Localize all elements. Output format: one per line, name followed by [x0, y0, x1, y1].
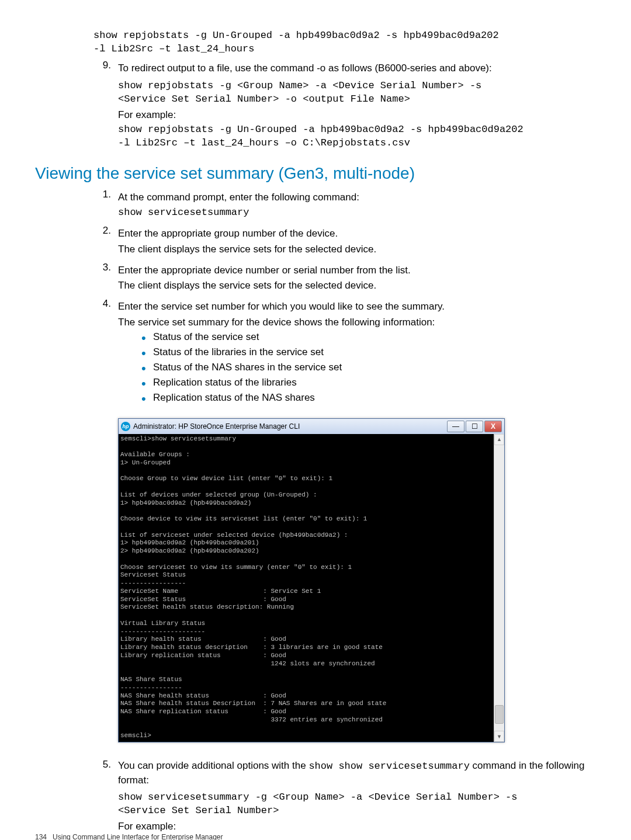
bullet-dot-icon: •	[141, 377, 153, 391]
list-number: 1.	[93, 189, 111, 221]
cli-screenshot-block: hp Administrator: HP StoreOnce Enterpris…	[93, 418, 596, 743]
bullet-text: Replication status of the libraries	[153, 377, 596, 391]
scroll-track[interactable]	[494, 445, 504, 731]
scroll-up-icon[interactable]: ▲	[494, 434, 504, 445]
text-line: At the command prompt, enter the followi…	[118, 190, 596, 204]
bullet-text: Status of the libraries in the service s…	[153, 346, 596, 360]
bullet-dot-icon: •	[141, 392, 153, 406]
scroll-thumb[interactable]	[495, 705, 504, 724]
section-heading: Viewing the service set summary (Gen3, m…	[35, 164, 596, 183]
bullet-text: Status of the NAS shares in the service …	[153, 362, 596, 376]
list-body: Enter the service set number for which y…	[118, 298, 596, 408]
cli-titlebar: hp Administrator: HP StoreOnce Enterpris…	[119, 419, 504, 434]
scroll-down-icon[interactable]: ▼	[494, 731, 504, 742]
list-body: At the command prompt, enter the followi…	[118, 189, 596, 221]
page-number: 134	[35, 833, 47, 840]
text-line: The service set summary for the device s…	[118, 315, 596, 329]
for-example-2: For example:	[118, 820, 596, 834]
bullet-item: •Replication status of the libraries	[141, 377, 596, 391]
list-number: 4.	[93, 298, 111, 408]
list-item-9: 9. To redirect output to a file, use the…	[93, 60, 596, 150]
text-line: Enter the service set number for which y…	[118, 300, 596, 314]
bullet-dot-icon: •	[141, 331, 153, 345]
steps-list: 1.At the command prompt, enter the follo…	[93, 189, 596, 407]
cli-output: semscli>show servicesetsummary Available…	[119, 434, 494, 742]
page: show repjobstats -g Un-Grouped -a hpb499…	[0, 0, 631, 840]
list-body: Enter the appropriate device number or s…	[118, 262, 596, 295]
bullet-text: Status of the service set	[153, 331, 596, 345]
list-number: 5.	[93, 759, 111, 787]
list-item-5: 5. You can provide additional options wi…	[93, 759, 596, 833]
list-body: Enter the appropriate group number of th…	[118, 225, 596, 258]
list-number: 2.	[93, 225, 111, 258]
bullet-item: •Status of the NAS shares in the service…	[141, 362, 596, 376]
minimize-button[interactable]: —	[447, 421, 464, 432]
item9-code: show repjobstats -g <Group Name> -a <Dev…	[118, 79, 596, 106]
item9-text: To redirect output to a file, use the co…	[118, 61, 596, 75]
page-footer: 134 Using Command Line Interface for Ent…	[35, 833, 223, 840]
chapter-title: Using Command Line Interface for Enterpr…	[53, 833, 223, 840]
text-line: The client displays the service sets for…	[118, 279, 596, 293]
top-code-1: show repjobstats -g Un-Grouped -a hpb499…	[93, 29, 596, 56]
text-line: Enter the appropriate device number or s…	[118, 263, 596, 277]
close-button[interactable]: X	[484, 421, 502, 432]
step5-code: show servicesetsummary -g <Group Name> -…	[118, 791, 596, 818]
scrollbar[interactable]: ▲ ▼	[494, 434, 504, 742]
hp-logo-icon: hp	[121, 422, 130, 431]
list-number: 9.	[93, 60, 111, 77]
code-line: show servicesetsummary	[118, 206, 596, 220]
item9-code-2: show repjobstats -g Un-Grouped -a hpb499…	[118, 123, 596, 150]
cli-title: Administrator: HP StoreOnce Enterprise M…	[133, 422, 446, 431]
cli-window: hp Administrator: HP StoreOnce Enterpris…	[118, 418, 505, 743]
text-line: The client displays the service sets for…	[118, 242, 596, 256]
text-line: Enter the appropriate group number of th…	[118, 227, 596, 241]
bullet-item: •Status of the libraries in the service …	[141, 346, 596, 360]
for-example: For example:	[118, 108, 596, 122]
list-number: 3.	[93, 262, 111, 295]
bullet-dot-icon: •	[141, 346, 153, 360]
step5-text: You can provide additional options with …	[118, 759, 596, 787]
bullet-item: •Status of the service set	[141, 331, 596, 345]
bullet-text: Replication status of the NAS shares	[153, 392, 596, 406]
maximize-button[interactable]: ☐	[466, 421, 483, 432]
bullet-item: •Replication status of the NAS shares	[141, 392, 596, 406]
bullet-dot-icon: •	[141, 362, 153, 376]
